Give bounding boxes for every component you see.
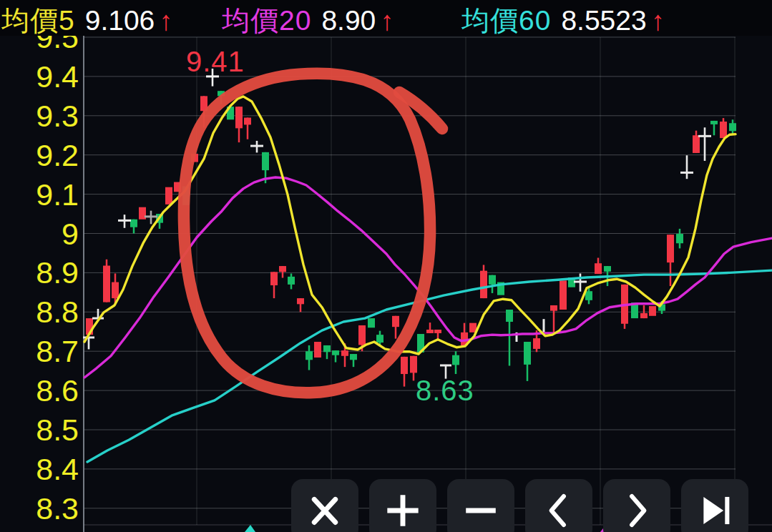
plus-icon [384, 492, 421, 529]
candle [235, 107, 243, 142]
candle [323, 345, 331, 359]
up-arrow-icon: ↑ [159, 6, 172, 36]
doji-marker [574, 273, 587, 291]
candle [506, 310, 513, 366]
candle-body [480, 271, 487, 298]
candle-body [314, 342, 321, 358]
y-axis-tick-label: 8.8 [36, 295, 79, 329]
candle [306, 345, 313, 370]
candle [649, 306, 656, 316]
candle-body [533, 338, 540, 349]
y-axis-tick-label: 8.7 [36, 334, 79, 368]
candle [720, 118, 727, 138]
stock-chart-app: 9.59.49.39.29.198.98.88.78.68.58.48.3 均價… [0, 0, 772, 532]
candle [676, 229, 683, 248]
candle-body [560, 280, 567, 310]
ma60-legend-item: 均價60 8.5523 ↑ [461, 1, 665, 40]
candle-body [341, 350, 348, 356]
candle [621, 285, 628, 329]
candle-body [297, 298, 304, 304]
candle-body [640, 313, 648, 318]
candle-body [279, 266, 286, 272]
candle-body [332, 350, 339, 355]
ma5-value: 9.106 [85, 5, 155, 36]
high-price-label: 9.41 [186, 46, 245, 78]
candle-body [667, 235, 674, 262]
close-button[interactable] [291, 479, 358, 532]
ma60-label: 均價60 [461, 1, 551, 40]
candle-body [112, 282, 119, 299]
candle [489, 275, 496, 293]
candle [165, 187, 172, 205]
candle-body [401, 357, 408, 374]
candle-body [103, 266, 110, 302]
y-axis-tick-label: 9.1 [36, 177, 79, 212]
candlestick-chart[interactable]: 9.59.49.39.29.198.98.88.78.68.58.48.3 [0, 0, 772, 532]
up-arrow-icon: ↑ [380, 6, 394, 36]
candle-body [676, 234, 683, 243]
candle-body [524, 342, 531, 365]
y-axis-tick-label: 8.9 [36, 255, 79, 290]
chevron-left-icon [540, 492, 577, 529]
candle-body [710, 121, 718, 124]
candle [710, 121, 718, 135]
candle-body [270, 272, 278, 285]
candle [667, 235, 674, 286]
candle-body [434, 330, 441, 333]
next-button[interactable] [603, 479, 670, 532]
chevron-right-icon [618, 492, 655, 529]
jump-to-latest-button[interactable] [681, 479, 748, 532]
ma20-label: 均價20 [222, 1, 311, 40]
candle-body [306, 351, 313, 360]
candle-body [358, 325, 366, 345]
candle-body [595, 263, 602, 274]
candle-body [288, 277, 295, 285]
candle-body [350, 354, 357, 360]
moving-average-legend: 均價5 9.106 ↑ 均價20 8.90 ↑ 均價60 8.5523 ↑ [0, 0, 772, 36]
candle-body [452, 355, 459, 365]
y-axis-tick-label: 9.4 [36, 59, 79, 94]
candle-body [604, 266, 611, 272]
up-arrow-icon: ↑ [651, 6, 665, 36]
candle [524, 342, 531, 381]
zoom-out-button[interactable] [447, 479, 514, 532]
zoom-in-button[interactable] [369, 479, 436, 532]
candle [368, 318, 375, 327]
candle-body [585, 291, 592, 300]
candle-body [323, 345, 331, 352]
y-axis-tick-label: 8.4 [36, 452, 79, 486]
bottom-edge-triangle [245, 525, 255, 532]
skip-to-end-icon [696, 492, 733, 529]
candle [270, 272, 278, 298]
doji-marker [118, 215, 131, 228]
candle-body [720, 122, 727, 138]
candle [279, 266, 286, 277]
candle-body [244, 118, 251, 125]
ma20-value: 8.90 [321, 5, 376, 36]
candle [426, 322, 434, 333]
y-axis-tick-label: 8.5 [36, 413, 79, 447]
y-axis-tick-label: 8.3 [36, 491, 79, 526]
previous-button[interactable] [525, 479, 592, 532]
candle-body [165, 187, 172, 205]
doji-marker [698, 127, 711, 161]
candle-body [410, 356, 417, 373]
candle-body [693, 135, 700, 153]
y-axis-tick-label: 9.2 [36, 138, 79, 172]
ma5-label: 均價5 [1, 1, 75, 40]
y-axis-tick-label: 9.3 [36, 99, 79, 133]
candle [693, 131, 700, 153]
y-axis-tick-label: 9 [62, 217, 79, 251]
candle-body [376, 335, 383, 343]
candle-body [550, 305, 557, 311]
candle-body [262, 152, 269, 170]
candle [314, 342, 321, 358]
candle-body [729, 123, 736, 131]
candle [350, 354, 357, 367]
candle-body [130, 220, 137, 227]
candle [288, 273, 295, 289]
candle-body [489, 275, 496, 285]
ma20-legend-item: 均價20 8.90 ↑ [222, 1, 394, 40]
candle [244, 118, 251, 139]
low-price-label: 8.63 [416, 375, 474, 407]
